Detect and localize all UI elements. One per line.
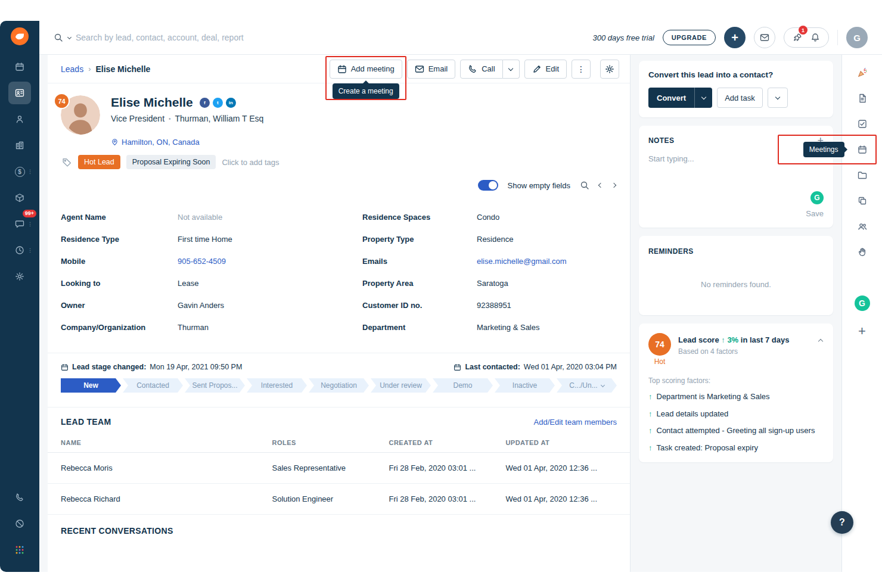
sidebar-phone-icon[interactable]	[8, 486, 31, 509]
more-actions-button[interactable]: ⋮	[572, 60, 591, 79]
sidebar-deals-icon[interactable]: $ ⋮	[8, 160, 31, 183]
help-button[interactable]: ?	[831, 511, 853, 534]
facebook-icon[interactable]: f	[200, 98, 210, 108]
grammarly-icon[interactable]: G	[810, 191, 824, 204]
stage-interested[interactable]: Interested	[247, 378, 307, 393]
bell-icon[interactable]	[810, 33, 820, 42]
upgrade-button[interactable]: UPGRADE	[663, 30, 716, 45]
breadcrumb: Leads › Elise Michelle	[61, 64, 150, 74]
global-search-input[interactable]	[76, 33, 386, 42]
right-panel: Convert this lead into a contact? Conver…	[631, 55, 841, 572]
sidebar-do-not-disturb-icon[interactable]	[8, 512, 31, 535]
trial-countdown: 300 days free trial	[592, 33, 654, 42]
breadcrumb-leads-link[interactable]: Leads	[61, 64, 83, 74]
sidebar-calendar-icon[interactable]	[8, 55, 31, 78]
sidebar-settings-icon[interactable]	[8, 265, 31, 288]
location-pin-icon	[111, 138, 119, 146]
sidebar-conversations-icon[interactable]: 99+ ⋮	[8, 213, 31, 235]
call-button[interactable]: Call	[460, 60, 502, 79]
sidebar-contacts-icon[interactable]	[8, 82, 31, 104]
twitter-icon[interactable]: t	[213, 98, 223, 108]
edit-button[interactable]: Edit	[524, 60, 567, 79]
notes-panel-icon[interactable]	[852, 88, 873, 109]
convert-dropdown-button[interactable]	[694, 88, 712, 108]
stage-changed-date: Lead stage changed: Mon 19 Apr, 2021 09:…	[61, 363, 242, 371]
add-tags-button[interactable]: Click to add tags	[222, 158, 279, 167]
stage-sent-proposal[interactable]: Sent Propos...	[185, 378, 245, 393]
search-icon[interactable]	[54, 33, 63, 42]
stage-contacted[interactable]: Contacted	[123, 378, 183, 393]
files-panel-icon[interactable]	[852, 164, 873, 186]
lead-location[interactable]: Hamilton, ON, Canada	[111, 138, 263, 147]
user-avatar[interactable]: G	[846, 27, 868, 48]
stage-closed[interactable]: C.../Un...	[557, 378, 617, 393]
chat-kebab-icon[interactable]: ⋮	[27, 222, 33, 227]
sidebar-analytics-icon[interactable]: ⋮	[8, 239, 31, 262]
lead-company[interactable]: Thurman, William T Esq	[175, 114, 264, 123]
envelope-icon	[415, 64, 424, 74]
convert-button[interactable]: Convert	[648, 88, 694, 108]
mobile-number-link[interactable]: 905-652-4509	[178, 257, 362, 266]
stage-changed-label: Lead stage changed:	[72, 363, 146, 371]
show-empty-fields-toggle[interactable]	[478, 180, 498, 191]
engagement-panel-icon[interactable]	[852, 241, 873, 263]
analytics-kebab-icon[interactable]: ⋮	[27, 248, 33, 253]
sidebar-products-icon[interactable]	[8, 186, 31, 209]
tag-proposal-expiring[interactable]: Proposal Expiring Soon	[126, 155, 216, 169]
lead-detail-content: Leads › Elise Michelle Add meeting Creat…	[48, 55, 631, 572]
field-label: Owner	[61, 301, 178, 310]
email-inbox-button[interactable]	[754, 27, 775, 48]
linkedin-icon[interactable]: in	[226, 98, 236, 108]
meetings-panel-icon[interactable]: Meetings	[852, 139, 873, 160]
tag-icon	[62, 157, 72, 167]
duplicates-panel-icon[interactable]	[852, 190, 873, 211]
field-label: Customer ID no.	[362, 301, 477, 310]
quick-add-button[interactable]: +	[724, 27, 746, 48]
add-task-dropdown-button[interactable]	[768, 88, 788, 108]
search-fields-icon[interactable]	[580, 181, 589, 190]
save-note-button[interactable]: Save	[806, 209, 824, 218]
add-task-button[interactable]: Add task	[717, 88, 763, 108]
celebration-icon[interactable]	[852, 62, 873, 83]
freshworks-logo[interactable]	[10, 27, 29, 46]
page-settings-button[interactable]	[600, 60, 619, 79]
stage-demo[interactable]: Demo	[433, 378, 493, 393]
tasks-panel-icon[interactable]	[852, 113, 873, 135]
notes-title: NOTES	[648, 136, 674, 145]
breadcrumb-current: Elise Michelle	[96, 64, 151, 74]
stage-new[interactable]: New	[61, 378, 121, 393]
previous-record-button[interactable]	[598, 183, 603, 188]
team-table-row[interactable]: Rebecca Richard Solution Engineer Fri 28…	[48, 484, 630, 515]
grammarly-extension-icon[interactable]: G	[855, 295, 870, 311]
team-member-name: Rebecca Moris	[61, 463, 272, 472]
stage-inactive[interactable]: Inactive	[495, 378, 555, 393]
whats-new-button[interactable]: 1	[793, 33, 802, 42]
stage-negotiation[interactable]: Negotiation	[309, 378, 369, 393]
call-dropdown-button[interactable]	[503, 60, 520, 79]
field-value: Not available	[178, 213, 362, 222]
chat-count-badge: 99+	[23, 210, 36, 217]
up-arrow-icon: ↑	[648, 409, 653, 419]
app-switcher-icon[interactable]	[8, 539, 31, 561]
sidebar-person-icon[interactable]	[8, 108, 31, 130]
next-record-button[interactable]	[611, 183, 616, 188]
participants-panel-icon[interactable]	[852, 216, 873, 237]
add-meeting-button[interactable]: Add meeting	[330, 60, 402, 79]
updates-count-badge: 1	[799, 26, 808, 35]
notes-input[interactable]	[648, 154, 824, 189]
team-table-row[interactable]: Rebecca Moris Sales Representative Fri 2…	[48, 453, 630, 484]
lead-name: Elise Michelle	[111, 95, 193, 110]
collapse-score-button[interactable]	[818, 339, 823, 344]
chevron-down-icon	[508, 66, 513, 70]
add-edit-team-link[interactable]: Add/Edit team members	[534, 418, 617, 427]
sidebar-accounts-icon[interactable]	[8, 134, 31, 157]
deals-kebab-icon[interactable]: ⋮	[27, 169, 33, 175]
stage-under-review[interactable]: Under review	[371, 378, 431, 393]
email-button[interactable]: Email	[407, 60, 456, 79]
team-table-header: NAME ROLES CREATED AT UPDATED AT	[48, 433, 630, 453]
add-panel-icon[interactable]: +	[852, 321, 873, 342]
search-scope-chevron-icon[interactable]	[67, 35, 72, 39]
email-address-link[interactable]: elise.michelle@gmail.com	[477, 257, 617, 266]
tag-hot-lead[interactable]: Hot Lead	[78, 155, 120, 169]
topbar: 300 days free trial UPGRADE + 1 G	[39, 21, 882, 55]
